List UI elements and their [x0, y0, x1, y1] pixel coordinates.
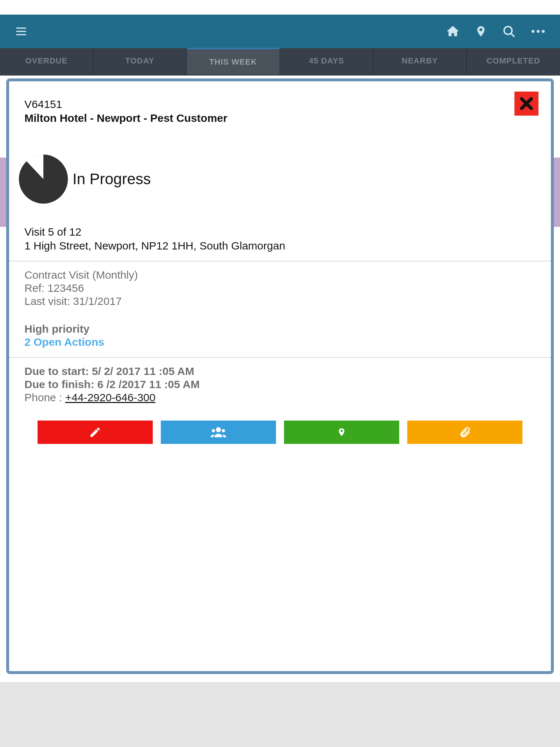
visit-id: V64151: [24, 98, 536, 111]
menu-icon[interactable]: [15, 25, 28, 38]
svg-point-6: [537, 30, 540, 33]
due-finish: Due to finish: 6 /2 /2017 11 :05 AM: [24, 378, 536, 391]
paperclip-icon: [459, 426, 471, 438]
open-actions-link[interactable]: 2 Open Actions: [24, 336, 536, 348]
map-button[interactable]: [284, 421, 399, 444]
contacts-button[interactable]: [161, 421, 276, 444]
tab-today[interactable]: TODAY: [93, 48, 187, 76]
divider: [9, 261, 551, 262]
due-start: Due to start: 5/ 2/ 2017 11 :05 AM: [24, 365, 536, 378]
pencil-icon: [89, 426, 101, 438]
tab-overdue[interactable]: OVERDUE: [0, 48, 93, 76]
visit-address: 1 High Street, Newport, NP12 1HH, South …: [24, 240, 536, 252]
status-label: In Progress: [73, 170, 151, 188]
tab-nearby[interactable]: NEARBY: [373, 48, 467, 76]
tab-this-week[interactable]: THIS WEEK: [187, 48, 280, 75]
home-icon[interactable]: [446, 24, 460, 39]
reference-number: Ref: 123456: [24, 282, 536, 294]
visit-count: Visit 5 of 12: [24, 226, 536, 238]
svg-point-11: [222, 429, 225, 432]
close-icon: [518, 95, 535, 112]
background-bottom: [0, 682, 560, 747]
priority-label: High priority: [24, 323, 536, 335]
phone-line: Phone : +44-2920-646-300: [24, 391, 536, 404]
action-button-row: [38, 421, 522, 444]
contract-type: Contract Visit (Monthly): [24, 269, 536, 281]
header-right-group: [446, 24, 545, 39]
more-icon[interactable]: [531, 29, 545, 34]
phone-label: Phone :: [24, 391, 65, 403]
svg-point-3: [504, 27, 512, 35]
map-pin-icon: [337, 426, 346, 439]
last-visit-date: Last visit: 31/1/2017: [24, 295, 536, 307]
visit-title: Milton Hotel - Newport - Pest Customer: [24, 112, 536, 124]
location-pin-icon[interactable]: [475, 24, 487, 38]
search-icon[interactable]: [502, 24, 516, 39]
tab-45-days[interactable]: 45 DAYS: [280, 48, 373, 76]
app-header: [0, 15, 560, 48]
progress-pie-icon: [18, 154, 69, 205]
svg-point-9: [216, 427, 221, 432]
header-left-group: [15, 25, 28, 38]
divider-2: [9, 357, 551, 358]
svg-point-10: [212, 429, 215, 432]
visit-detail-modal: V64151 Milton Hotel - Newport - Pest Cus…: [6, 78, 554, 674]
attachments-button[interactable]: [407, 421, 522, 444]
close-button[interactable]: [514, 92, 538, 116]
status-row: In Progress: [18, 154, 536, 205]
phone-link[interactable]: +44-2920-646-300: [65, 391, 156, 403]
tab-bar: OVERDUE TODAY THIS WEEK 45 DAYS NEARBY C…: [0, 48, 560, 76]
edit-button[interactable]: [38, 421, 153, 444]
svg-point-7: [542, 30, 545, 33]
svg-line-4: [511, 33, 514, 37]
tab-completed[interactable]: COMPLETED: [467, 48, 560, 76]
svg-point-5: [532, 30, 534, 33]
people-icon: [210, 426, 226, 438]
